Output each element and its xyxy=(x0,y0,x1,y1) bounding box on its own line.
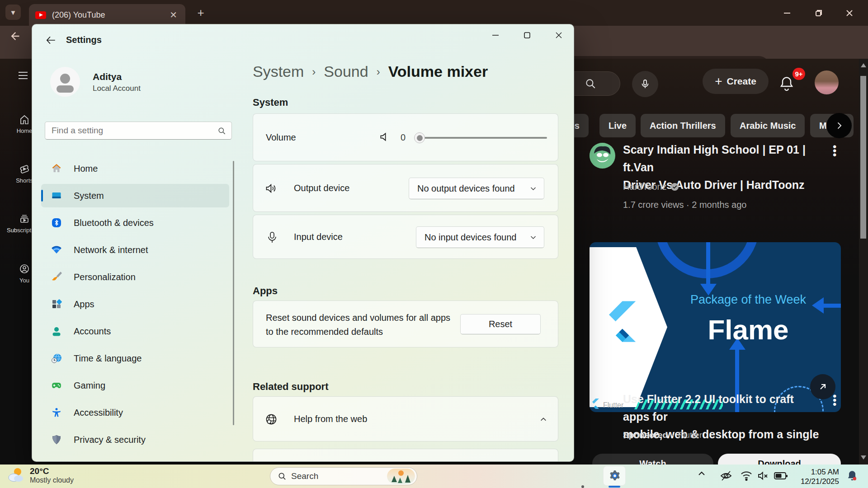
ad-title[interactable]: Use Flutter 2.2 UI toolkit to craft apps… xyxy=(623,390,822,461)
tray-wifi-icon[interactable] xyxy=(741,471,752,483)
search-highlight-image[interactable] xyxy=(387,469,415,484)
taskbar-search-box[interactable]: Search xyxy=(270,467,417,485)
channel-row[interactable]: HardToonz xyxy=(623,182,679,192)
chrome-running-indicator xyxy=(581,485,584,488)
taskbar-clock[interactable]: 1:05 AM 12/21/2025 xyxy=(794,467,839,486)
minimize-icon xyxy=(783,9,791,17)
notifications-bell-icon[interactable] xyxy=(778,75,795,94)
input-device-dropdown[interactable]: No input devices found xyxy=(416,226,544,248)
settings-back-button[interactable] xyxy=(45,34,57,48)
back-arrow-icon xyxy=(45,34,57,46)
account-avatar[interactable] xyxy=(50,67,80,97)
help-label: Help from the web xyxy=(294,414,367,424)
video-menu-icon[interactable]: ••• xyxy=(833,145,836,157)
guide-shorts-label[interactable]: Shorts xyxy=(0,177,32,184)
chevron-down-icon xyxy=(530,234,537,241)
sidebar-item-label: Privacy & security xyxy=(74,435,146,445)
window-minimize-button[interactable] xyxy=(485,28,506,42)
ad-brand-logo[interactable] xyxy=(590,399,599,411)
sidebar-item-label: System xyxy=(74,191,104,201)
tab-search-chevron-icon[interactable]: ▼ xyxy=(5,5,21,20)
settings-active-plate[interactable] xyxy=(603,466,626,486)
channel-avatar[interactable] xyxy=(590,143,615,169)
guide-home-label[interactable]: Home xyxy=(0,127,32,134)
ad-thumbnail[interactable]: Package of the Week Flame xyxy=(590,242,841,412)
sidebar-item-home[interactable]: Home xyxy=(41,157,229,180)
guide-shorts-icon[interactable] xyxy=(19,164,30,176)
tray-battery-icon[interactable] xyxy=(774,471,788,482)
new-tab-button[interactable]: + xyxy=(193,5,208,20)
sidebar-item-network[interactable]: Network & internet xyxy=(41,238,229,262)
window-maximize-button[interactable] xyxy=(517,28,538,42)
chip-action-thrillers[interactable]: Action Thrillers xyxy=(641,114,725,137)
restore-icon xyxy=(815,9,823,17)
settings-window: Settings Aditya Local Account Home Syste… xyxy=(32,24,574,462)
partial-card xyxy=(253,449,558,462)
guide-subscriptions-label[interactable]: Subscriptions xyxy=(0,227,32,234)
guide-you-label[interactable]: You xyxy=(0,277,32,284)
sidebar-scrollbar[interactable] xyxy=(233,161,234,425)
chip-live[interactable]: Live xyxy=(599,114,636,137)
help-card[interactable]: Help from the web xyxy=(253,396,558,441)
weather-condition: Mostly cloudy xyxy=(30,476,74,484)
sidebar-item-system[interactable]: System xyxy=(41,184,229,207)
input-device-value: No input devices found xyxy=(425,232,516,243)
scrollbar-up-arrow[interactable] xyxy=(861,63,866,67)
bluetooth-icon xyxy=(51,217,62,228)
notification-center-bell-icon[interactable] xyxy=(846,470,858,484)
sidebar-item-privacy[interactable]: Privacy & security xyxy=(41,428,229,451)
sidebar-item-accounts[interactable]: Accounts xyxy=(41,319,229,343)
privacy-eye-icon[interactable] xyxy=(720,470,732,483)
sidebar-item-gaming[interactable]: Gaming xyxy=(41,374,229,397)
ad-menu-icon[interactable]: ••• xyxy=(833,394,836,406)
page-scrollbar[interactable] xyxy=(859,59,868,465)
guide-subscriptions-icon[interactable] xyxy=(19,213,30,226)
chevron-right-icon xyxy=(835,121,844,130)
guide-you-icon[interactable] xyxy=(19,263,30,276)
chip-arabic-music[interactable]: Arabic Music xyxy=(731,114,805,137)
volume-slider-thumb[interactable] xyxy=(414,132,425,143)
guide-home-icon[interactable] xyxy=(19,114,30,127)
breadcrumb-system[interactable]: System xyxy=(253,63,304,80)
create-button[interactable]: + Create xyxy=(703,69,769,94)
browser-restore-button[interactable] xyxy=(809,6,829,20)
reset-button[interactable]: Reset xyxy=(460,314,541,334)
sidebar-item-apps[interactable]: Apps xyxy=(41,292,229,316)
search-icon xyxy=(217,127,226,135)
browser-close-button[interactable] xyxy=(840,6,859,20)
output-device-dropdown[interactable]: No output devices found xyxy=(409,178,544,199)
browser-minimize-button[interactable] xyxy=(777,6,797,20)
sidebar-item-time-language[interactable]: Time & language xyxy=(41,347,229,370)
maximize-icon xyxy=(523,31,531,39)
ad-headline: Flame xyxy=(674,314,823,346)
tray-volume-muted-icon[interactable] xyxy=(758,470,769,483)
section-apps: Apps xyxy=(253,285,278,297)
sidebar-item-bluetooth[interactable]: Bluetooth & devices xyxy=(41,211,229,235)
youtube-mic-button[interactable] xyxy=(632,71,658,97)
breadcrumb-sep-icon: › xyxy=(312,66,316,78)
browser-tab[interactable]: (206) YouTube ✕ xyxy=(29,4,185,26)
taskbar-weather-widget[interactable]: 20°C Mostly cloudy xyxy=(6,466,74,484)
sponsored-brand[interactable]: Flutter xyxy=(678,430,703,440)
ad-brand-name: Flutter xyxy=(603,401,623,409)
window-close-button[interactable] xyxy=(548,28,569,42)
hamburger-menu-icon[interactable] xyxy=(18,71,28,81)
chips-scroll-right-button[interactable] xyxy=(826,113,852,138)
output-device-label: Output device xyxy=(294,183,349,193)
volume-slider-track[interactable] xyxy=(419,137,547,139)
breadcrumb-sound[interactable]: Sound xyxy=(324,63,368,80)
chevron-down-icon xyxy=(530,185,537,192)
sidebar-item-personalization[interactable]: Personalization xyxy=(41,265,229,289)
browser-back-button[interactable] xyxy=(8,30,21,44)
scrollbar-down-arrow[interactable] xyxy=(861,455,866,460)
tray-chevron-up-icon[interactable] xyxy=(698,471,705,479)
sidebar-item-accessibility[interactable]: Accessibility xyxy=(41,401,229,424)
tab-close-icon[interactable]: ✕ xyxy=(168,9,179,20)
flutter-mini-icon xyxy=(590,399,599,409)
volume-card: Volume 0 xyxy=(253,113,558,161)
user-avatar[interactable] xyxy=(815,70,839,94)
settings-search-input[interactable] xyxy=(52,126,217,136)
flutter-logo xyxy=(602,301,637,344)
settings-search-box[interactable] xyxy=(45,122,232,140)
scrollbar-thumb[interactable] xyxy=(860,76,866,239)
